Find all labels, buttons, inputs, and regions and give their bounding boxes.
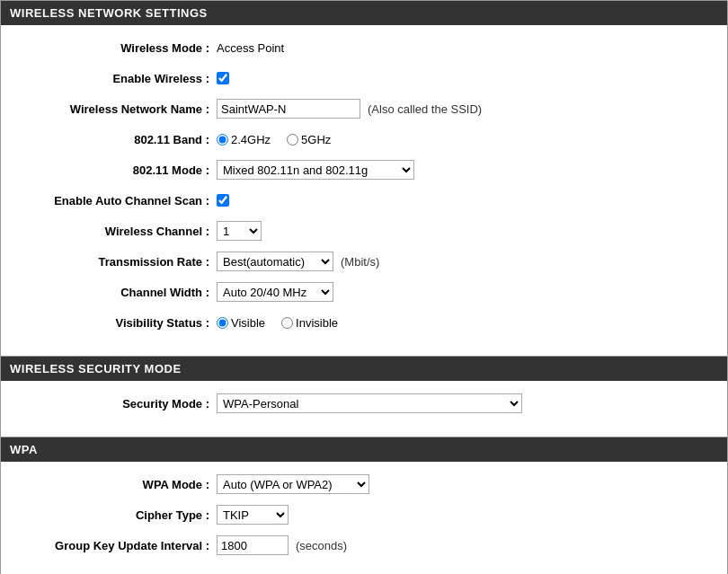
visibility-invisible-label[interactable]: Invisible — [281, 316, 338, 330]
visibility-row: Visibility Status : Visible Invisible — [19, 311, 709, 334]
band-24ghz-label[interactable]: 2.4GHz — [217, 133, 271, 146]
transmission-select[interactable]: Best(automatic) 1 Mbit/s 2 Mbit/s 5.5 Mb… — [217, 252, 333, 271]
wpa-body: WPA Mode : Auto (WPA or WPA2) WPA2 only … — [1, 462, 727, 574]
wpa-title: WPA — [10, 443, 38, 456]
band-5ghz-text: 5GHz — [301, 133, 331, 146]
wireless-security-title: WIRELESS SECURITY MODE — [10, 362, 182, 375]
wireless-network-title: WIRELESS NETWORK SETTINGS — [10, 6, 208, 20]
wpa-mode-select[interactable]: Auto (WPA or WPA2) WPA2 only WPA only — [217, 474, 369, 494]
security-mode-select[interactable]: WPA-Personal None WEP WPA-Enterprise WPA… — [217, 393, 522, 413]
channel-width-row: Channel Width : Auto 20/40 MHz 20 MHz 40… — [19, 280, 709, 304]
wireless-network-header: WIRELESS NETWORK SETTINGS — [1, 1, 727, 25]
wireless-mode-value: Access Point — [217, 41, 284, 55]
visibility-label: Visibility Status : — [19, 316, 217, 330]
channel-value: 1 2 3 4 5 6 7 8 9 10 11 — [217, 221, 262, 241]
visibility-value: Visible Invisible — [217, 316, 347, 330]
wireless-mode-text: Access Point — [217, 41, 284, 55]
visibility-visible-text: Visible — [231, 316, 265, 330]
channel-width-value: Auto 20/40 MHz 20 MHz 40 MHz — [217, 282, 333, 302]
transmission-value: Best(automatic) 1 Mbit/s 2 Mbit/s 5.5 Mb… — [217, 252, 379, 271]
band-5ghz-radio[interactable] — [287, 134, 298, 146]
auto-channel-checkbox[interactable] — [217, 194, 229, 207]
wireless-mode-row: Wireless Mode : Access Point — [19, 36, 709, 59]
mode-label: 802.11 Mode : — [19, 163, 217, 177]
cipher-type-select[interactable]: TKIP AES TKIP and AES — [217, 505, 289, 525]
visibility-invisible-text: Invisible — [296, 316, 338, 330]
cipher-type-row: Cipher Type : TKIP AES TKIP and AES — [19, 503, 709, 526]
wpa-mode-row: WPA Mode : Auto (WPA or WPA2) WPA2 only … — [19, 472, 709, 496]
wpa-mode-label: WPA Mode : — [19, 478, 217, 491]
visibility-visible-radio[interactable] — [217, 317, 228, 329]
ssid-hint: (Also called the SSID) — [368, 102, 482, 116]
group-key-row: Group Key Update Interval : (seconds) — [19, 534, 709, 557]
cipher-type-value: TKIP AES TKIP and AES — [217, 505, 289, 525]
mode-row: 802.11 Mode : Mixed 802.11n and 802.11g … — [19, 158, 709, 181]
group-key-unit: (seconds) — [296, 539, 347, 552]
wpa-header: WPA — [1, 437, 727, 462]
wireless-mode-label: Wireless Mode : — [19, 41, 217, 55]
visibility-visible-label[interactable]: Visible — [217, 316, 265, 330]
band-24ghz-radio[interactable] — [217, 134, 228, 146]
wireless-security-body: Security Mode : WPA-Personal None WEP WP… — [1, 381, 727, 437]
wpa-section: WPA WPA Mode : Auto (WPA or WPA2) WPA2 o… — [0, 437, 728, 574]
network-name-row: Wireless Network Name : (Also called the… — [19, 97, 709, 120]
mode-value: Mixed 802.11n and 802.11g 802.11n only 8… — [217, 160, 414, 180]
wireless-security-header: WIRELESS SECURITY MODE — [1, 357, 727, 381]
enable-wireless-row: Enable Wireless : — [19, 66, 709, 90]
security-mode-row: Security Mode : WPA-Personal None WEP WP… — [19, 392, 709, 415]
enable-wireless-value — [217, 72, 229, 84]
group-key-label: Group Key Update Interval : — [19, 539, 217, 552]
visibility-invisible-radio[interactable] — [281, 317, 293, 329]
auto-channel-label: Enable Auto Channel Scan : — [19, 194, 217, 208]
enable-wireless-label: Enable Wireless : — [19, 72, 217, 85]
transmission-label: Transmission Rate : — [19, 255, 217, 269]
channel-select[interactable]: 1 2 3 4 5 6 7 8 9 10 11 — [217, 221, 262, 241]
wireless-network-section: WIRELESS NETWORK SETTINGS Wireless Mode … — [0, 0, 728, 357]
security-mode-value: WPA-Personal None WEP WPA-Enterprise WPA… — [217, 393, 522, 413]
network-name-value: (Also called the SSID) — [217, 99, 482, 119]
enable-wireless-checkbox[interactable] — [217, 72, 229, 84]
mode-select[interactable]: Mixed 802.11n and 802.11g 802.11n only 8… — [217, 160, 414, 180]
band-value: 2.4GHz 5GHz — [217, 133, 340, 146]
band-24ghz-text: 2.4GHz — [231, 133, 271, 146]
network-name-label: Wireless Network Name : — [19, 102, 217, 116]
channel-row: Wireless Channel : 1 2 3 4 5 6 7 8 9 10 … — [19, 219, 709, 243]
auto-channel-value — [217, 194, 229, 207]
ssid-input[interactable] — [217, 99, 360, 119]
band-5ghz-label[interactable]: 5GHz — [287, 133, 331, 146]
channel-label: Wireless Channel : — [19, 225, 217, 238]
transmission-unit: (Mbit/s) — [341, 255, 379, 269]
security-mode-label: Security Mode : — [19, 397, 217, 411]
transmission-row: Transmission Rate : Best(automatic) 1 Mb… — [19, 250, 709, 273]
cipher-type-label: Cipher Type : — [19, 508, 217, 522]
group-key-input[interactable] — [217, 535, 289, 555]
band-label: 802.11 Band : — [19, 133, 217, 146]
channel-width-label: Channel Width : — [19, 286, 217, 299]
channel-width-select[interactable]: Auto 20/40 MHz 20 MHz 40 MHz — [217, 282, 333, 302]
wpa-mode-value: Auto (WPA or WPA2) WPA2 only WPA only — [217, 474, 369, 494]
group-key-value-container: (seconds) — [217, 535, 347, 555]
band-row: 802.11 Band : 2.4GHz 5GHz — [19, 128, 709, 151]
auto-channel-row: Enable Auto Channel Scan : — [19, 189, 709, 212]
wireless-security-section: WIRELESS SECURITY MODE Security Mode : W… — [0, 357, 728, 437]
wireless-network-body: Wireless Mode : Access Point Enable Wire… — [1, 25, 727, 356]
